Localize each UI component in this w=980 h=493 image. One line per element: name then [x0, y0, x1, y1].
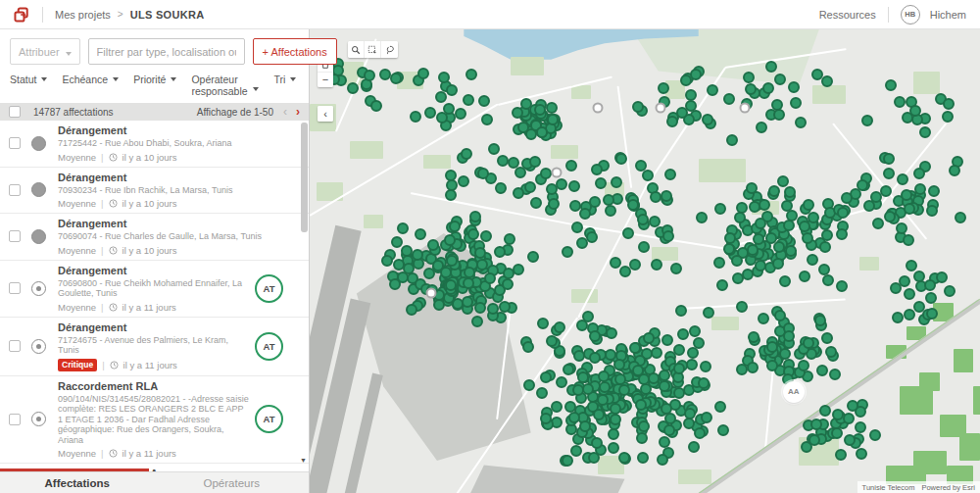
assignment-marker[interactable] [466, 69, 477, 80]
assignment-marker[interactable] [779, 275, 791, 287]
assignment-marker[interactable] [618, 384, 630, 396]
assignment-marker[interactable] [471, 316, 483, 327]
assignment-marker[interactable] [593, 409, 605, 420]
assignment-marker[interactable] [494, 246, 506, 258]
assignment-marker[interactable] [894, 96, 906, 108]
assignment-marker[interactable] [586, 231, 598, 243]
assignee-avatar[interactable]: AT [255, 405, 283, 433]
assignment-marker[interactable] [424, 107, 436, 119]
assignment-marker[interactable] [807, 254, 818, 266]
assignment-marker[interactable] [857, 179, 868, 191]
user-name[interactable]: Hichem [930, 9, 966, 21]
filter-operateur-responsable[interactable]: Opérateur responsable [191, 74, 259, 97]
assignment-marker[interactable] [659, 380, 670, 392]
assignment-marker[interactable] [546, 183, 558, 195]
assignment-marker[interactable] [714, 203, 726, 215]
assignment-marker[interactable] [548, 198, 560, 210]
assignment-marker[interactable] [568, 180, 580, 192]
assignment-marker[interactable] [488, 143, 500, 155]
assignment-marker[interactable] [747, 362, 759, 373]
assignment-marker[interactable] [534, 104, 546, 116]
assignment-marker[interactable] [821, 75, 833, 87]
completed-marker[interactable] [593, 103, 604, 114]
assignment-marker[interactable] [657, 454, 668, 466]
assignment-marker[interactable] [444, 234, 456, 246]
assignment-marker[interactable] [904, 309, 915, 320]
assignment-marker[interactable] [919, 126, 931, 138]
assignment-marker[interactable] [688, 441, 700, 453]
assignment-marker[interactable] [690, 69, 702, 80]
assignment-marker[interactable] [661, 403, 672, 415]
assignment-marker[interactable] [818, 264, 830, 275]
assignment-marker[interactable] [821, 229, 833, 241]
assignment-marker[interactable] [698, 377, 710, 389]
lasso-select-tool-button[interactable] [381, 41, 398, 58]
assignment-marker[interactable] [615, 153, 627, 165]
list-item[interactable]: Dérangement 70930234 - Rue Ibn Rachik, L… [0, 168, 309, 215]
assignment-marker[interactable] [732, 272, 744, 284]
assignment-marker[interactable] [440, 267, 452, 278]
assignment-marker[interactable] [499, 301, 511, 313]
resources-link[interactable]: Ressources [819, 9, 876, 21]
assignment-marker[interactable] [788, 81, 800, 93]
assignment-marker[interactable] [861, 115, 873, 126]
assignment-marker[interactable] [798, 360, 809, 371]
assignment-marker[interactable] [435, 91, 447, 103]
assignment-marker[interactable] [924, 279, 936, 291]
assignment-marker[interactable] [636, 432, 648, 444]
scrollbar-thumb[interactable] [301, 123, 308, 232]
assignment-marker[interactable] [570, 445, 582, 457]
assignment-marker[interactable] [802, 232, 813, 244]
workforce-logo-icon[interactable] [13, 6, 30, 24]
assignment-marker[interactable] [514, 167, 526, 178]
assignment-marker[interactable] [502, 278, 514, 290]
map-view[interactable]: AA + − ‹ Tunisie Telecom Powered by Esri [310, 29, 980, 493]
assignment-marker[interactable] [476, 259, 488, 271]
assignment-marker[interactable] [822, 274, 834, 286]
assignment-marker[interactable] [629, 342, 641, 354]
assignment-marker[interactable] [768, 185, 780, 197]
assignment-marker[interactable] [723, 93, 735, 105]
assignment-marker[interactable] [449, 221, 461, 232]
assignment-marker[interactable] [484, 272, 496, 284]
assignment-marker[interactable] [637, 452, 649, 464]
assignment-marker[interactable] [784, 186, 796, 198]
assignment-marker[interactable] [766, 341, 778, 353]
assignment-marker[interactable] [832, 409, 844, 420]
assignment-marker[interactable] [928, 185, 940, 197]
assignment-marker[interactable] [474, 247, 486, 259]
assignment-marker[interactable] [599, 381, 611, 393]
assignment-marker[interactable] [883, 153, 895, 165]
item-checkbox[interactable] [9, 184, 21, 196]
assignment-marker[interactable] [772, 258, 784, 270]
assignment-marker[interactable] [603, 194, 614, 206]
assignment-marker[interactable] [799, 221, 810, 232]
assignment-marker[interactable] [540, 413, 552, 424]
assignment-marker[interactable] [478, 95, 490, 107]
assignment-marker[interactable] [843, 413, 855, 424]
assignment-marker[interactable] [591, 437, 603, 449]
assignment-marker[interactable] [608, 442, 619, 454]
item-checkbox[interactable] [9, 282, 21, 294]
assignment-marker[interactable] [512, 107, 523, 119]
assignment-marker[interactable] [446, 255, 458, 267]
assignment-marker[interactable] [844, 434, 856, 446]
list-item[interactable]: Raccordement RLA 090/104/NIS/314545/2808… [0, 376, 309, 465]
assignment-marker[interactable] [904, 288, 915, 300]
assignment-marker[interactable] [443, 103, 455, 115]
assignment-marker[interactable] [743, 72, 755, 83]
user-avatar[interactable]: HB [901, 5, 920, 25]
assignment-marker[interactable] [746, 182, 758, 194]
assignment-marker[interactable] [693, 337, 705, 349]
assignment-marker[interactable] [611, 176, 622, 188]
assignment-marker[interactable] [724, 232, 736, 244]
filter-tri[interactable]: Tri [273, 74, 296, 85]
assignment-marker[interactable] [884, 211, 896, 222]
assignment-marker[interactable] [799, 271, 810, 282]
assignment-marker[interactable] [777, 175, 789, 187]
assignment-marker[interactable] [632, 365, 644, 376]
assignment-marker[interactable] [523, 379, 535, 391]
filter-statut[interactable]: Statut [10, 74, 47, 85]
assignment-marker[interactable] [662, 230, 674, 242]
assignment-marker[interactable] [925, 292, 937, 304]
